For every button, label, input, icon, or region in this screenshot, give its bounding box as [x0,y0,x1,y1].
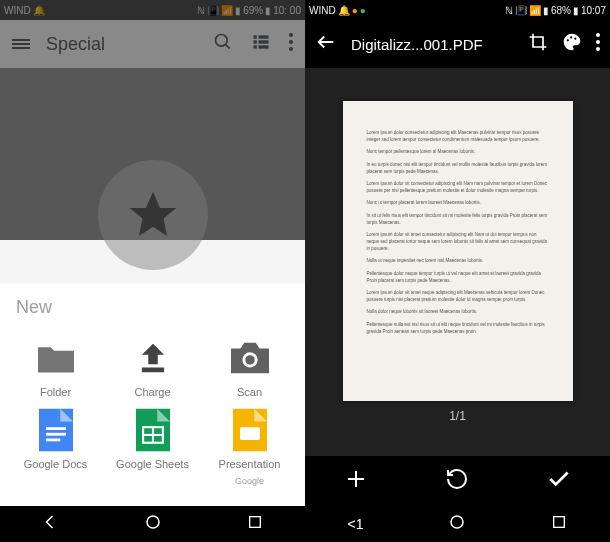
page-counter: 1/1 [449,409,466,423]
sheets-icon [136,408,170,452]
svg-point-29 [596,33,600,37]
svg-rect-25 [249,517,260,528]
docs-icon [39,408,73,452]
retake-button[interactable] [445,467,469,495]
svg-point-24 [147,516,159,528]
svg-point-28 [574,38,576,40]
slides-icon [233,408,267,452]
nav-home-icon[interactable] [448,513,466,535]
carrier-label: WIND [309,5,336,16]
drive-screen: WIND 🔔 ℕ 📳 📶 ▮ 69% ▮ 10: 00 Special [0,0,305,542]
new-bottom-sheet: New Folder Charge Scan [0,283,305,506]
svg-point-30 [596,40,600,44]
svg-rect-16 [46,433,66,436]
scan-actions-bar [305,456,610,506]
new-folder-button[interactable]: Folder [10,336,101,398]
scanner-screen: WIND 🔔 ● ● ℕ 📳 📶 ▮ 68% ▮ 10:07 Digitaliz… [305,0,610,542]
nav-back-icon[interactable]: <1 [348,516,364,532]
palette-icon[interactable] [562,32,582,56]
wifi-icon: 📶 [529,5,541,16]
google-slides-button[interactable]: Presentation Google [204,408,295,486]
slides-label: Presentation [219,458,281,470]
svg-rect-11 [141,368,163,373]
google-docs-button[interactable]: Google Docs [10,408,101,486]
app-dot-icon: ● [352,5,358,16]
app-bar-right: Digitalizz...001.PDF [305,20,610,68]
upload-icon [134,336,172,380]
scan-label: Scan [237,386,262,398]
svg-point-31 [596,47,600,51]
folder-icon [34,336,78,380]
nav-bar-left [0,506,305,542]
docs-label: Google Docs [24,458,88,470]
status-bar-right: WIND 🔔 ● ● ℕ 📳 📶 ▮ 68% ▮ 10:07 [305,0,610,20]
sheets-label: Google Sheets [116,458,189,470]
scanned-page: Lorem ipsum dolor consectetur adipiscing… [343,101,573,401]
crop-icon[interactable] [528,32,548,56]
svg-rect-15 [46,427,66,430]
nav-home-icon[interactable] [144,513,162,535]
nav-back-icon[interactable] [42,513,60,535]
google-sheets-button[interactable]: Google Sheets [107,408,198,486]
add-page-button[interactable] [344,467,368,495]
svg-point-32 [451,516,463,528]
back-arrow-icon[interactable] [315,31,337,57]
battery-percent: 68% [551,5,571,16]
sheet-title: New [10,297,295,318]
svg-point-13 [245,355,255,365]
svg-rect-23 [240,427,260,440]
nav-recent-icon[interactable] [247,514,263,534]
signal-icon: ▮ [543,5,549,16]
battery-icon: ▮ [573,5,579,16]
svg-point-26 [567,39,569,41]
confirm-button[interactable] [546,466,572,496]
vibrate-icon: 📳 [515,5,527,16]
svg-rect-17 [46,439,60,442]
upload-label: Charge [134,386,170,398]
slides-sublabel: Google [235,476,264,486]
nfc-icon: ℕ [505,5,513,16]
dim-overlay[interactable] [0,0,305,240]
svg-point-27 [570,36,572,38]
scan-button[interactable]: Scan [204,336,295,398]
folder-label: Folder [40,386,71,398]
notification-icon: 🔔 [338,5,350,16]
upload-button[interactable]: Charge [107,336,198,398]
app-dot-icon-2: ● [360,5,366,16]
nav-bar-right: <1 [305,506,610,542]
document-preview-area[interactable]: Lorem ipsum dolor consectetur adipiscing… [305,68,610,456]
document-title[interactable]: Digitalizz...001.PDF [351,36,514,53]
nav-recent-icon[interactable] [551,514,567,534]
more-icon[interactable] [596,33,600,55]
clock: 10:07 [581,5,606,16]
camera-icon [227,336,273,380]
svg-rect-33 [554,517,565,528]
